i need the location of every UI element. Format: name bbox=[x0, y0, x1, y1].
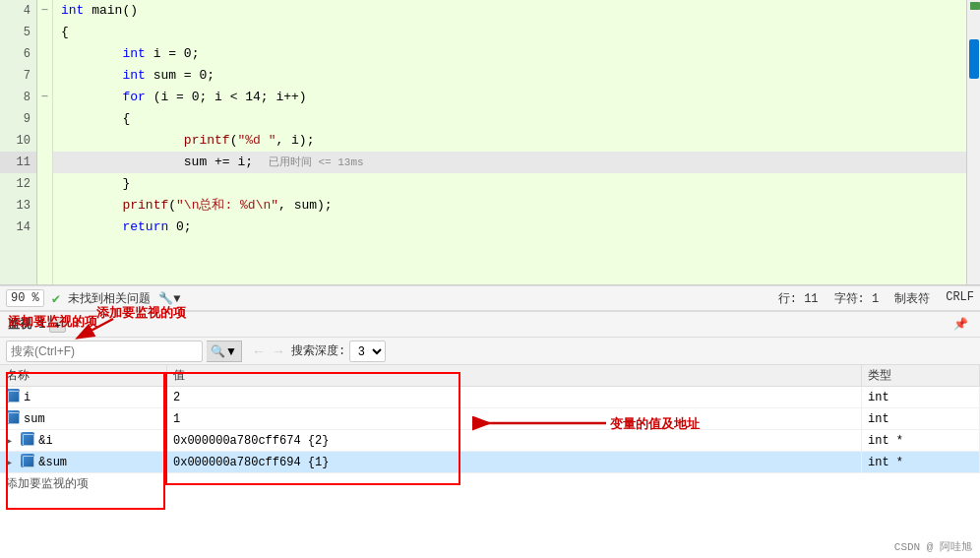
code-line-5: { bbox=[53, 22, 966, 43]
code-line-14: return 0; bbox=[53, 217, 966, 238]
gutter-4[interactable]: ─ bbox=[37, 0, 52, 22]
editor-scrollbar[interactable] bbox=[966, 0, 980, 284]
status-right: 行: 11 字符: 1 制表符 CRLF bbox=[778, 290, 974, 307]
col-header-value: 值 bbox=[167, 365, 862, 387]
line-num-11: ⇒ 11 bbox=[0, 152, 36, 173]
line-num-14: 14 bbox=[0, 217, 36, 238]
line-num-12: 12 bbox=[0, 173, 36, 195]
watch-table-header: 名称 值 类型 bbox=[0, 365, 980, 387]
line-numbers: 4 5 6 7 8 9 10 ⇒ 11 12 13 14 bbox=[0, 0, 37, 284]
watch-row-sum[interactable]: sum 1 int bbox=[0, 408, 980, 430]
col-header-type: 类型 bbox=[862, 365, 980, 387]
watch-value-i: 2 bbox=[167, 387, 862, 408]
watch-header: 监视 1 + ✕ 📌 bbox=[0, 312, 980, 338]
gutter-10 bbox=[37, 130, 52, 152]
line-num-13: 13 bbox=[0, 195, 36, 217]
watch-type-addr-i: int * bbox=[862, 430, 980, 452]
code-line-7: int sum = 0; bbox=[53, 65, 966, 87]
search-input[interactable] bbox=[11, 344, 198, 358]
nav-arrows: ← → bbox=[250, 343, 287, 359]
scrollbar-thumb-vertical[interactable] bbox=[969, 39, 979, 79]
watch-name-addr-i: ▶ &i bbox=[0, 430, 167, 452]
gutter-12 bbox=[37, 173, 52, 195]
collapse-gutter: ─ ─ bbox=[37, 0, 53, 284]
watch-table: 名称 值 类型 i 2 int sum 1 int bbox=[0, 365, 980, 556]
line-num-8: 8 bbox=[0, 87, 36, 108]
watch-name-sum: sum bbox=[0, 408, 167, 430]
status-bar: 90 % ✔ 未找到相关问题 🔧▼ 行: 11 字符: 1 制表符 CRLF bbox=[0, 285, 980, 311]
gutter-11 bbox=[37, 152, 52, 173]
watch-value-addr-i: 0x000000a780cff674 {2} bbox=[167, 430, 862, 452]
line-num-10: 10 bbox=[0, 130, 36, 152]
line-num-4: 4 bbox=[0, 0, 36, 22]
watch-name-i: i bbox=[0, 387, 167, 408]
nav-back-btn[interactable]: ← bbox=[250, 343, 268, 359]
search-submit-btn[interactable]: 🔍▼ bbox=[207, 341, 242, 362]
line-num-7: 7 bbox=[0, 65, 36, 87]
var-icon-sum bbox=[6, 410, 20, 424]
code-line-13: printf("\n总和: %d\n", sum); bbox=[53, 195, 966, 217]
code-line-11: sum += i; 已用时间 <= 13ms bbox=[53, 152, 966, 173]
watch-type-sum: int bbox=[862, 408, 980, 430]
col-header-name: 名称 bbox=[0, 365, 167, 387]
code-line-6: int i = 0; bbox=[53, 43, 966, 65]
nav-forward-btn[interactable]: → bbox=[270, 343, 287, 359]
no-issues-text: 未找到相关问题 bbox=[68, 290, 151, 307]
gutter-5 bbox=[37, 22, 52, 43]
bottom-panel: 监视 1 + ✕ 📌 添加要监视的项 🔍▼ ← → 搜索深度: 3 1 2 4 … bbox=[0, 311, 980, 556]
watch-name-addr-sum: ▶ &sum bbox=[0, 452, 167, 473]
status-icon-ok: ✔ bbox=[52, 290, 60, 307]
line-num-5: 5 bbox=[0, 22, 36, 43]
gutter-9 bbox=[37, 108, 52, 130]
editor-area: 4 5 6 7 8 9 10 ⇒ 11 12 13 14 ─ ─ bbox=[0, 0, 980, 285]
var-icon-i bbox=[6, 389, 20, 403]
watch-row-addr-i[interactable]: ▶ &i 0x000000a780cff674 {2} int * bbox=[0, 430, 980, 452]
code-line-4: int main() bbox=[53, 0, 966, 22]
watch-type-addr-sum: int * bbox=[862, 452, 980, 473]
line-num-9: 9 bbox=[0, 108, 36, 130]
zoom-level[interactable]: 90 % bbox=[6, 289, 44, 307]
main-layout: 4 5 6 7 8 9 10 ⇒ 11 12 13 14 ─ ─ bbox=[0, 0, 980, 558]
watch-value-sum: 1 bbox=[167, 408, 862, 430]
code-line-10: printf("%d ", i); bbox=[53, 130, 966, 152]
watch-type-i: int bbox=[862, 387, 980, 408]
watch-row-addr-sum[interactable]: ▶ &sum 0x000000a780cff694 {1} int * bbox=[0, 452, 980, 473]
var-icon-addr-i bbox=[21, 432, 34, 446]
code-content[interactable]: int main() { int i = 0; int sum = 0; for… bbox=[53, 0, 966, 284]
gutter-8[interactable]: ─ bbox=[37, 87, 52, 108]
expand-addr-sum[interactable]: ▶ bbox=[6, 458, 12, 468]
watch-value-addr-sum: 0x000000a780cff694 {1} bbox=[167, 452, 862, 473]
code-line-9: { bbox=[53, 108, 966, 130]
csdn-watermark: CSDN @ 阿哇旭 bbox=[894, 539, 972, 554]
status-tab: 制表符 bbox=[894, 290, 930, 307]
gutter-14 bbox=[37, 217, 52, 238]
status-line-ending: CRLF bbox=[946, 290, 974, 307]
var-icon-addr-sum bbox=[21, 454, 34, 467]
annotation-add-watch: 添加要监视的项 bbox=[8, 313, 97, 331]
code-line-12: } bbox=[53, 173, 966, 195]
gutter-6 bbox=[37, 43, 52, 65]
status-line: 行: 11 bbox=[778, 290, 819, 307]
line-num-6: 6 bbox=[0, 43, 36, 65]
gutter-13 bbox=[37, 195, 52, 217]
add-watch-row[interactable]: 添加要监视的项 bbox=[0, 473, 980, 495]
watch-pin-icon[interactable]: 📌 bbox=[953, 317, 968, 332]
status-col: 字符: 1 bbox=[834, 290, 880, 307]
watch-row-i[interactable]: i 2 int bbox=[0, 387, 980, 408]
code-line-8: for (i = 0; i < 14; i++) bbox=[53, 87, 966, 108]
depth-select[interactable]: 3 1 2 4 5 bbox=[349, 341, 386, 362]
status-tool-icon[interactable]: 🔧▼ bbox=[158, 291, 180, 306]
gutter-7 bbox=[37, 65, 52, 87]
search-box[interactable] bbox=[6, 341, 203, 362]
depth-label: 搜索深度: bbox=[291, 342, 345, 359]
expand-addr-i[interactable]: ▶ bbox=[6, 436, 12, 447]
watch-toolbar: 🔍▼ ← → 搜索深度: 3 1 2 4 5 bbox=[0, 338, 980, 365]
